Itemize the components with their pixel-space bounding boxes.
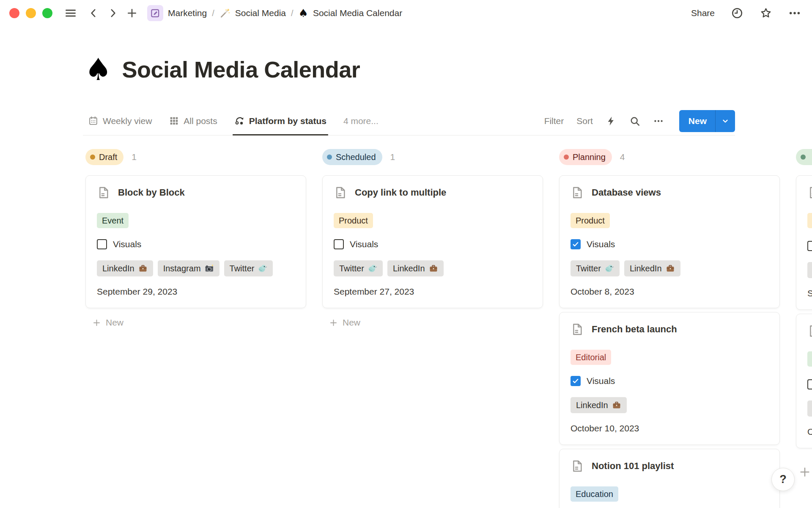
close-window-button[interactable] — [9, 8, 19, 18]
breadcrumb: Marketing/Social Media/♠Social Media Cal… — [147, 5, 402, 21]
topbar-actions: Share — [691, 7, 801, 19]
card[interactable]: VisualsS — [796, 175, 812, 310]
platform-tags: LinkedInInstagramTwitter — [97, 260, 295, 276]
breadcrumb-item[interactable]: Social Media — [219, 8, 286, 19]
platform-tag: LinkedIn — [97, 260, 153, 276]
card-date: October 10, 2023 — [571, 423, 768, 433]
filter-button[interactable]: Filter — [544, 116, 564, 126]
visuals-checkbox[interactable] — [807, 241, 812, 251]
plus-icon — [329, 318, 338, 327]
board-column: Draft1Block by BlockEventVisualsLinkedIn… — [85, 149, 306, 508]
column-count: 1 — [390, 152, 395, 162]
platform-tags: LinkedIn — [571, 397, 768, 413]
tab-4-more[interactable]: 4 more... — [343, 107, 379, 135]
platform-tag: Twitter — [334, 260, 383, 276]
card[interactable]: VisualsO — [796, 314, 812, 448]
visuals-label: Visuals — [587, 376, 615, 386]
magic-wand-icon — [219, 8, 230, 19]
card-date: September 29, 2023 — [97, 287, 295, 297]
visuals-label: Visuals — [587, 239, 615, 249]
platform-label: Twitter — [339, 264, 364, 273]
visuals-property: Visuals — [571, 239, 768, 249]
tab-label: Weekly view — [103, 116, 152, 126]
page-doc-icon — [807, 186, 812, 199]
status-dot — [564, 155, 569, 160]
updates-clock-icon[interactable] — [731, 7, 743, 19]
breadcrumb-item[interactable]: Marketing — [147, 5, 207, 21]
tab-weekly-view[interactable]: Weekly view — [88, 107, 152, 135]
briefcase-icon — [612, 400, 621, 410]
more-options-icon[interactable] — [788, 7, 801, 19]
add-column-plus-icon[interactable] — [798, 466, 811, 478]
card-title-row: French beta launch — [571, 323, 768, 336]
status-pill[interactable] — [796, 149, 812, 165]
back-icon[interactable] — [88, 8, 99, 19]
board-column-partial: VisualsSVisualsO — [796, 149, 812, 508]
sidebar-menu-icon[interactable] — [64, 7, 77, 19]
tab-platform-by-status[interactable]: Platform by status — [234, 107, 326, 135]
new-entry-label[interactable]: New — [679, 110, 715, 132]
sort-button[interactable]: Sort — [576, 116, 593, 126]
kanban-board: Draft1Block by BlockEventVisualsLinkedIn… — [85, 149, 812, 508]
status-loop-icon — [234, 116, 245, 126]
breadcrumb-item[interactable]: ♠Social Media Calendar — [299, 8, 403, 19]
visuals-checkbox[interactable] — [807, 379, 812, 389]
new-entry-button[interactable]: New — [679, 110, 735, 132]
window-topbar: Marketing/Social Media/♠Social Media Cal… — [0, 0, 812, 26]
page-title[interactable]: Social Media Calendar — [122, 56, 360, 83]
tab-label: Platform by status — [249, 116, 326, 126]
add-card-button[interactable]: New — [92, 318, 306, 328]
minimize-window-button[interactable] — [26, 8, 36, 18]
spade-icon: ♠ — [299, 8, 308, 19]
visuals-checkbox[interactable] — [97, 239, 107, 249]
visuals-checkbox[interactable] — [571, 239, 581, 249]
card-date: O — [807, 427, 812, 437]
platform-tags — [807, 262, 812, 278]
page-header: ♠ Social Media Calendar — [85, 54, 360, 85]
tab-all-posts[interactable]: All posts — [169, 107, 217, 135]
platform-label: LinkedIn — [102, 264, 134, 273]
board-column: Planning4Database viewsProductVisualsTwi… — [559, 149, 780, 508]
breadcrumb-label: Marketing — [168, 8, 207, 18]
card[interactable]: Copy link to multipleProductVisualsTwitt… — [322, 175, 543, 308]
visuals-checkbox[interactable] — [334, 239, 344, 249]
platform-label: LinkedIn — [393, 264, 425, 273]
add-card-label: New — [343, 318, 360, 328]
automations-bolt-icon[interactable] — [606, 116, 617, 127]
status-pill[interactable]: Draft — [85, 149, 123, 165]
card[interactable]: French beta launchEditorialVisualsLinked… — [559, 312, 780, 445]
new-entry-dropdown[interactable] — [715, 110, 735, 132]
share-button[interactable]: Share — [691, 8, 715, 18]
add-card-button[interactable]: New — [329, 318, 543, 328]
page-icon-spade[interactable]: ♠ — [85, 54, 112, 85]
briefcase-icon — [429, 264, 438, 273]
view-options-ellipsis-icon[interactable] — [653, 116, 664, 127]
status-pill[interactable]: Scheduled — [322, 149, 382, 165]
visuals-property: Visuals — [97, 239, 295, 249]
card[interactable]: Block by BlockEventVisualsLinkedInInstag… — [85, 175, 306, 308]
favorite-star-icon[interactable] — [760, 7, 772, 19]
column-count: 4 — [620, 152, 625, 162]
search-icon[interactable] — [629, 116, 640, 127]
platform-tag: Twitter — [224, 260, 273, 276]
status-label: Draft — [99, 152, 117, 162]
page-doc-icon — [571, 323, 584, 336]
category-tag: Education — [571, 486, 618, 502]
bird-icon — [368, 264, 377, 273]
status-dot — [90, 155, 95, 160]
briefcase-icon — [666, 264, 675, 273]
help-button[interactable]: ? — [771, 468, 795, 491]
view-toolbar: Weekly viewAll postsPlatform by status4 … — [83, 107, 735, 135]
card[interactable]: Database viewsProductVisualsTwitterLinke… — [559, 175, 780, 308]
visuals-checkbox[interactable] — [571, 376, 581, 386]
visuals-property: Visuals — [807, 241, 812, 251]
platform-tags: TwitterLinkedIn — [571, 260, 768, 276]
visuals-property: Visuals — [571, 376, 768, 386]
grid-icon — [169, 116, 179, 126]
status-pill[interactable]: Planning — [559, 149, 612, 165]
zoom-window-button[interactable] — [42, 8, 52, 18]
new-page-icon[interactable] — [126, 7, 138, 19]
platform-label: LinkedIn — [630, 264, 662, 273]
card[interactable]: Notion 101 playlistEducation — [559, 449, 780, 508]
forward-icon[interactable] — [107, 8, 118, 19]
